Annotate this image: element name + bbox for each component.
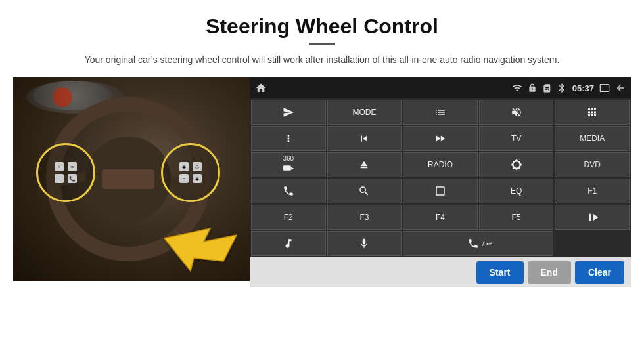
steering-bg: + ≈ − 📞 ◈ ◇ [13, 77, 250, 281]
clear-button[interactable]: Clear [575, 261, 624, 284]
page-wrapper: Steering Wheel Control Your original car… [0, 0, 644, 287]
page-title: Steering Wheel Control [0, 0, 644, 43]
btn-360cam[interactable]: 360 [251, 152, 326, 177]
sim-icon [542, 83, 551, 93]
mirror-icon [599, 83, 610, 93]
lock-icon [528, 83, 537, 93]
btn-phone[interactable] [251, 178, 326, 203]
btn-media[interactable]: MEDIA [555, 126, 630, 151]
content-area: + ≈ − 📞 ◈ ◇ [0, 77, 644, 287]
yellow-arrow [158, 222, 237, 274]
topbar-left [255, 82, 267, 94]
callout-circle-left: + ≈ − 📞 [36, 143, 95, 202]
subtitle: Your original car’s steering wheel contr… [0, 52, 644, 67]
radio-panel: 05:37 MODE [250, 77, 631, 287]
btn-f2[interactable]: F2 [251, 205, 326, 230]
btn-eject[interactable] [327, 152, 402, 177]
radio-grid: MODE TV [250, 98, 631, 257]
topbar-right: 05:37 [512, 83, 626, 93]
btn-phone-end[interactable]: / ↩ [403, 231, 553, 256]
btn-dvd[interactable]: DVD [555, 152, 630, 177]
btn-playpause[interactable] [555, 205, 630, 230]
title-divider [309, 43, 335, 45]
btn-eq[interactable]: EQ [479, 178, 554, 203]
radio-topbar: 05:37 [250, 77, 631, 98]
back-icon [615, 83, 626, 93]
bottom-bar: Start End Clear [250, 257, 631, 287]
btn-search[interactable] [327, 178, 402, 203]
btn-rewind[interactable] [327, 126, 402, 151]
steering-hub [85, 136, 171, 222]
home-icon [255, 82, 267, 94]
btn-f1[interactable]: F1 [555, 178, 630, 203]
svg-rect-1 [283, 165, 291, 171]
btn-mode[interactable]: MODE [327, 100, 402, 125]
end-button[interactable]: End [528, 261, 571, 284]
btn-fastforward[interactable] [403, 126, 478, 151]
btn-f5[interactable]: F5 [479, 205, 554, 230]
btn-brightness[interactable] [479, 152, 554, 177]
btn-music[interactable] [251, 231, 326, 256]
callout-circle-right: ◈ ◇ ○ ◈ [161, 143, 220, 202]
btn-tv[interactable]: TV [479, 126, 554, 151]
btn-radio[interactable]: RADIO [403, 152, 478, 177]
btn-settings[interactable] [251, 126, 326, 151]
btn-mute[interactable] [479, 100, 554, 125]
btn-f3[interactable]: F3 [327, 205, 402, 230]
topbar-time: 05:37 [572, 83, 594, 93]
wifi-icon [512, 83, 522, 93]
btn-f4[interactable]: F4 [403, 205, 478, 230]
steering-wheel-image: + ≈ − 📞 ◈ ◇ [13, 77, 250, 281]
btn-mic[interactable] [327, 231, 402, 256]
btn-apps[interactable] [555, 100, 630, 125]
btn-navigate[interactable] [251, 100, 326, 125]
bluetooth-icon [557, 83, 567, 93]
btn-rectangle[interactable] [403, 178, 478, 203]
start-button[interactable]: Start [476, 261, 524, 284]
svg-marker-0 [164, 228, 237, 271]
btn-list[interactable] [403, 100, 478, 125]
